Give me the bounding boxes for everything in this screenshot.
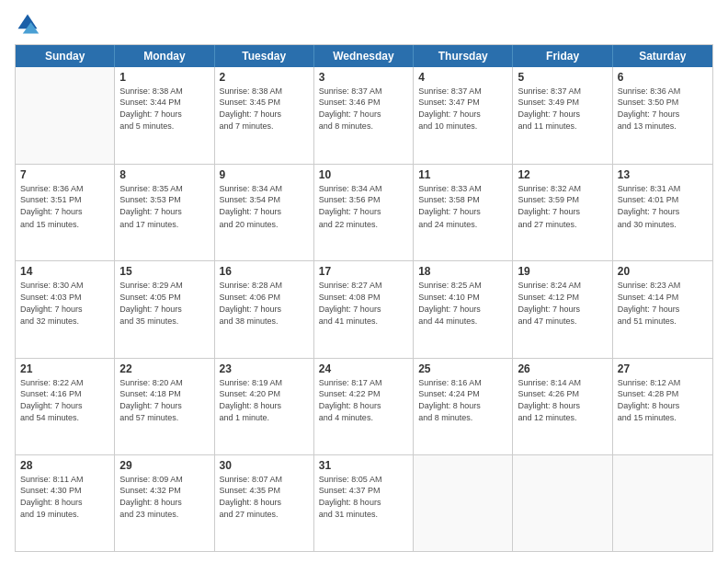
cell-line-2: Daylight: 8 hours xyxy=(220,497,309,508)
empty-cell-0-0 xyxy=(16,67,115,164)
day-number: 28 xyxy=(20,459,109,472)
cell-line-1: Sunset: 3:59 PM xyxy=(518,194,607,205)
cell-line-1: Sunset: 4:14 PM xyxy=(618,292,708,303)
cell-line-3: and 54 minutes. xyxy=(20,412,109,423)
cell-line-1: Sunset: 4:20 PM xyxy=(220,388,309,399)
cell-line-3: and 27 minutes. xyxy=(518,219,607,230)
day-number: 13 xyxy=(618,168,708,181)
cell-line-3: and 10 minutes. xyxy=(418,121,507,132)
day-cell-18: 18Sunrise: 8:25 AMSunset: 4:10 PMDayligh… xyxy=(414,261,513,357)
cell-line-0: Sunrise: 8:35 AM xyxy=(119,183,209,194)
cell-line-1: Sunset: 4:32 PM xyxy=(119,485,209,496)
day-number: 21 xyxy=(20,362,109,375)
cell-line-0: Sunrise: 8:27 AM xyxy=(319,280,408,291)
cell-line-3: and 47 minutes. xyxy=(518,316,607,327)
cell-line-3: and 24 minutes. xyxy=(418,219,507,230)
cell-line-0: Sunrise: 8:38 AM xyxy=(220,86,309,97)
cell-line-1: Sunset: 4:08 PM xyxy=(319,292,408,303)
week-row-2: 7Sunrise: 8:36 AMSunset: 3:51 PMDaylight… xyxy=(16,164,712,260)
cell-line-2: Daylight: 7 hours xyxy=(20,400,109,411)
cell-line-2: Daylight: 7 hours xyxy=(518,206,607,217)
cell-line-3: and 5 minutes. xyxy=(119,121,209,132)
cell-line-2: Daylight: 7 hours xyxy=(618,206,708,217)
cell-line-3: and 22 minutes. xyxy=(319,219,408,230)
cell-line-3: and 7 minutes. xyxy=(220,121,309,132)
cell-line-2: Daylight: 7 hours xyxy=(319,304,408,315)
cell-line-2: Daylight: 7 hours xyxy=(319,109,408,120)
day-number: 31 xyxy=(319,459,408,472)
cell-line-0: Sunrise: 8:31 AM xyxy=(618,183,708,194)
week-row-3: 14Sunrise: 8:30 AMSunset: 4:03 PMDayligh… xyxy=(16,260,712,357)
cell-line-2: Daylight: 7 hours xyxy=(20,304,109,315)
cell-line-0: Sunrise: 8:16 AM xyxy=(418,377,507,388)
cell-line-3: and 1 minute. xyxy=(220,412,309,423)
day-number: 30 xyxy=(220,459,309,472)
cell-line-3: and 19 minutes. xyxy=(20,509,109,520)
day-number: 23 xyxy=(220,362,309,375)
cell-line-3: and 30 minutes. xyxy=(618,219,708,230)
cell-line-3: and 38 minutes. xyxy=(220,316,309,327)
cell-line-1: Sunset: 4:12 PM xyxy=(518,292,607,303)
day-cell-11: 11Sunrise: 8:33 AMSunset: 3:58 PMDayligh… xyxy=(414,165,513,260)
cell-line-2: Daylight: 7 hours xyxy=(618,109,708,120)
day-cell-27: 27Sunrise: 8:12 AMSunset: 4:28 PMDayligh… xyxy=(613,359,712,454)
day-cell-8: 8Sunrise: 8:35 AMSunset: 3:53 PMDaylight… xyxy=(115,165,214,260)
cell-line-2: Daylight: 7 hours xyxy=(220,304,309,315)
cell-line-3: and 35 minutes. xyxy=(119,316,209,327)
calendar: SundayMondayTuesdayWednesdayThursdayFrid… xyxy=(15,44,713,552)
cell-line-1: Sunset: 4:24 PM xyxy=(418,388,507,399)
cell-line-1: Sunset: 4:16 PM xyxy=(20,388,109,399)
cell-line-1: Sunset: 4:06 PM xyxy=(220,292,309,303)
day-number: 11 xyxy=(418,168,507,181)
header-day-sunday: Sunday xyxy=(16,45,115,67)
cell-line-3: and 13 minutes. xyxy=(618,121,708,132)
cell-line-1: Sunset: 3:49 PM xyxy=(518,97,607,108)
cell-line-3: and 44 minutes. xyxy=(418,316,507,327)
cell-line-2: Daylight: 8 hours xyxy=(220,400,309,411)
cell-line-1: Sunset: 4:37 PM xyxy=(319,485,408,496)
day-number: 12 xyxy=(518,168,607,181)
day-cell-5: 5Sunrise: 8:37 AMSunset: 3:49 PMDaylight… xyxy=(513,67,612,164)
empty-cell-4-4 xyxy=(414,455,513,551)
cell-line-0: Sunrise: 8:37 AM xyxy=(418,86,507,97)
day-cell-28: 28Sunrise: 8:11 AMSunset: 4:30 PMDayligh… xyxy=(16,455,115,551)
cell-line-3: and 15 minutes. xyxy=(618,412,708,423)
cell-line-0: Sunrise: 8:38 AM xyxy=(119,86,209,97)
cell-line-2: Daylight: 7 hours xyxy=(518,109,607,120)
svg-marker-0 xyxy=(18,15,38,29)
cell-line-0: Sunrise: 8:37 AM xyxy=(319,86,408,97)
cell-line-0: Sunrise: 8:22 AM xyxy=(20,377,109,388)
day-number: 5 xyxy=(518,71,607,84)
day-number: 19 xyxy=(518,265,607,278)
cell-line-3: and 51 minutes. xyxy=(618,316,708,327)
cell-line-1: Sunset: 3:53 PM xyxy=(119,194,209,205)
header xyxy=(15,11,713,37)
cell-line-1: Sunset: 4:22 PM xyxy=(319,388,408,399)
cell-line-1: Sunset: 3:44 PM xyxy=(119,97,209,108)
cell-line-1: Sunset: 4:35 PM xyxy=(220,485,309,496)
day-cell-20: 20Sunrise: 8:23 AMSunset: 4:14 PMDayligh… xyxy=(613,261,712,357)
cell-line-1: Sunset: 4:26 PM xyxy=(518,388,607,399)
cell-line-3: and 27 minutes. xyxy=(220,509,309,520)
header-day-wednesday: Wednesday xyxy=(314,45,414,67)
cell-line-3: and 11 minutes. xyxy=(518,121,607,132)
cell-line-2: Daylight: 7 hours xyxy=(319,206,408,217)
day-cell-3: 3Sunrise: 8:37 AMSunset: 3:46 PMDaylight… xyxy=(314,67,414,164)
day-cell-2: 2Sunrise: 8:38 AMSunset: 3:45 PMDaylight… xyxy=(215,67,314,164)
cell-line-2: Daylight: 8 hours xyxy=(618,400,708,411)
cell-line-3: and 57 minutes. xyxy=(119,412,209,423)
cell-line-0: Sunrise: 8:30 AM xyxy=(20,280,109,291)
logo xyxy=(15,11,44,37)
day-number: 24 xyxy=(319,362,408,375)
day-number: 3 xyxy=(319,71,408,84)
day-number: 17 xyxy=(319,265,408,278)
cell-line-0: Sunrise: 8:12 AM xyxy=(618,377,708,388)
calendar-body: 1Sunrise: 8:38 AMSunset: 3:44 PMDaylight… xyxy=(16,67,712,551)
day-number: 16 xyxy=(220,265,309,278)
cell-line-1: Sunset: 4:03 PM xyxy=(20,292,109,303)
day-number: 1 xyxy=(119,71,209,84)
cell-line-3: and 17 minutes. xyxy=(119,219,209,230)
cell-line-3: and 20 minutes. xyxy=(220,219,309,230)
cell-line-0: Sunrise: 8:25 AM xyxy=(418,280,507,291)
cell-line-0: Sunrise: 8:23 AM xyxy=(618,280,708,291)
